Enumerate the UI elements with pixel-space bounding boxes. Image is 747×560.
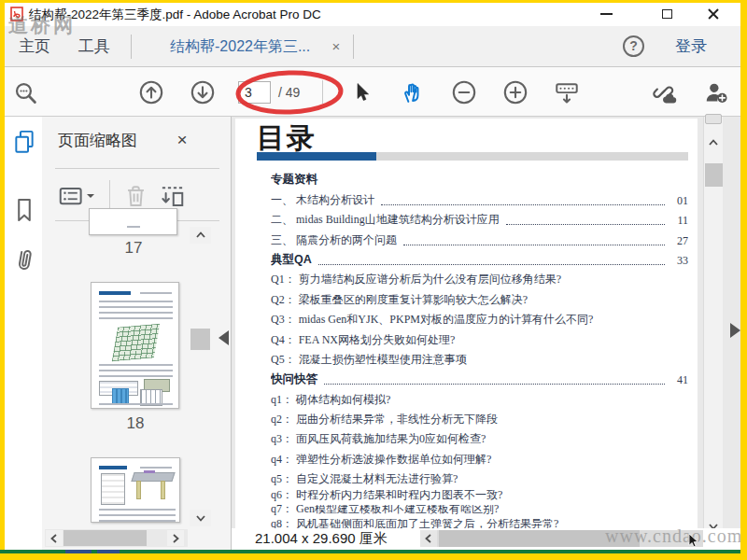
page-thumbnails-panel: 页面缩略图 × 17 <box>42 117 232 550</box>
select-tool-button[interactable] <box>348 79 374 105</box>
toc-page-number: 33 <box>668 254 688 268</box>
toc-row: q5： 自定义混凝土材料无法进行验算? <box>271 470 688 490</box>
toc-entry: q2： 屈曲分析结果异常，非线性分析无下降段 <box>271 412 498 427</box>
toc-row: q6： 时程分析内力结果和时程内力图表不一致? <box>271 490 688 505</box>
document-scroll-up-button[interactable] <box>704 134 723 151</box>
title-bar: 结构帮-2022年第三季度.pdf - Adobe Acrobat Pro DC <box>5 3 740 26</box>
toc-row: q4： 弹塑性分析选波操作数据单位如何理解? <box>271 450 688 469</box>
thumbnail-content <box>99 364 173 379</box>
thumbnail-options-button[interactable] <box>57 182 87 212</box>
chevron-down-icon <box>194 511 207 525</box>
chevron-up-icon <box>707 136 720 149</box>
plus-circle-icon <box>502 79 529 105</box>
panel-scroll-right-button[interactable] <box>167 530 184 546</box>
thumbnail-model-image <box>112 388 129 404</box>
thumbnail-content <box>140 292 172 295</box>
toc-row: 一、 木结构分析设计01 <box>271 190 688 210</box>
sign-in-button[interactable]: 登录 <box>675 26 707 67</box>
toc-entry: q7： Gen模型建立楼板和不建立楼板有啥区别? <box>271 505 499 518</box>
trash-icon <box>122 182 149 210</box>
toc-entry: q6： 时程分析内力结果和时程内力图表不一致? <box>271 490 502 503</box>
toc-heading: 典型QA <box>271 252 312 268</box>
toc-row: Q2： 梁板重叠区的刚度重复计算影响较大怎么解决? <box>271 290 688 310</box>
tab-close-icon[interactable]: × <box>327 37 345 56</box>
toc-list: 专题资料 一、 木结构分析设计01 二、 midas Building山地建筑结… <box>271 171 688 548</box>
tab-bar: 主页 工具 结构帮-2022年第三... × ? 登录 <box>5 26 740 67</box>
toc-page-number: 01 <box>668 194 688 208</box>
chevron-up-icon <box>194 229 207 242</box>
help-icon[interactable]: ? <box>623 35 644 57</box>
document-scroll-left-button[interactable] <box>420 530 437 547</box>
thumbnail-page-18[interactable] <box>91 282 179 409</box>
collapse-panel-arrow-icon[interactable] <box>218 330 229 345</box>
scrollbar-split-handle[interactable] <box>705 114 722 124</box>
share-link-button[interactable] <box>651 79 677 105</box>
thumbnail-content <box>99 403 173 408</box>
panel-close-icon[interactable]: × <box>171 129 193 151</box>
hand-icon <box>400 79 426 105</box>
expand-panel-arrow-icon[interactable] <box>730 323 740 338</box>
panel-hscrollbar-thumb[interactable] <box>63 530 147 546</box>
bookmarks-rail-button[interactable] <box>11 196 37 222</box>
toc-row: q7： Gen模型建立楼板和不建立楼板有啥区别? <box>271 505 688 520</box>
options-list-icon <box>57 182 85 210</box>
zoom-out-button[interactable] <box>451 79 477 105</box>
toc-entry: q1： 砌体结构如何模拟? <box>271 392 390 408</box>
thumbnail-content <box>99 301 173 322</box>
thumbnail-content <box>127 226 140 229</box>
screenshot-root: 结构帮-2022年第三季度.pdf - Adobe Acrobat Pro DC… <box>0 0 747 560</box>
page-thumbnails-rail-button[interactable] <box>11 129 37 155</box>
toc-row: q1： 砌体结构如何模拟? <box>271 390 688 410</box>
page-dimensions-label: 21.004 x 29.690 厘米 <box>255 530 388 548</box>
toc-row: Q3： midas Gen和YJK、PKPM对板的温度应力的计算有什么不同? <box>271 311 688 330</box>
bookmark-icon <box>11 196 37 224</box>
thumbnail-content <box>140 467 172 469</box>
zoom-in-button[interactable] <box>502 79 529 105</box>
maximize-button[interactable] <box>656 5 677 23</box>
close-button[interactable] <box>703 5 724 23</box>
toc-entry: q5： 自定义混凝土材料无法进行验算? <box>271 471 458 487</box>
toolbar-separator <box>322 80 323 104</box>
chevron-down-icon[interactable] <box>87 194 94 202</box>
panel-scroll-left-button[interactable] <box>46 530 63 546</box>
maximize-icon <box>662 9 672 19</box>
document-scrollbar-thumb[interactable] <box>705 163 723 187</box>
tab-document[interactable]: 结构帮-2022年第三... × <box>135 26 353 67</box>
thumbnail-label: 18 <box>91 414 180 433</box>
tab-separator <box>131 35 132 59</box>
thumbnail-label: 17 <box>89 239 178 258</box>
panel-scroll-down-button[interactable] <box>190 510 211 526</box>
link-cloud-icon <box>651 79 677 105</box>
hand-tool-button[interactable] <box>400 79 426 105</box>
document-area: 目录 专题资料 一、 木结构分析设计01 二、 midas Building山地… <box>232 117 740 550</box>
toc-row: q3： 面风压风荷载施加结果为0应如何检查? <box>271 430 688 450</box>
dot-leader <box>506 224 665 225</box>
thumbnail-page-19[interactable] <box>91 457 180 523</box>
previous-page-button[interactable] <box>138 79 164 105</box>
toc-row: 专题资料 <box>271 171 688 190</box>
panel-scrollbar-thumb[interactable] <box>190 329 210 350</box>
toc-entry: Q5： 混凝土损伤塑性模型使用注意事项 <box>271 352 467 368</box>
zoom-marquee-icon <box>554 79 580 105</box>
thumbnail-page-17[interactable] <box>89 208 177 235</box>
zoom-display-button[interactable] <box>554 79 580 105</box>
attachments-rail-button[interactable] <box>11 245 37 272</box>
close-icon <box>707 7 720 21</box>
toc-row: 三、 隔震分析的两个问题27 <box>271 231 688 250</box>
toc-entry: Q3： midas Gen和YJK、PKPM对板的温度应力的计算有什么不同? <box>271 312 593 328</box>
toc-entry: q4： 弹塑性分析选波操作数据单位如何理解? <box>271 452 491 468</box>
next-page-button[interactable] <box>190 79 216 105</box>
cursor-icon <box>350 81 373 104</box>
page-number-input[interactable] <box>238 81 271 104</box>
thumbnail-content <box>144 470 155 473</box>
panel-scroll-up-button[interactable] <box>190 227 211 244</box>
toc-row: 二、 midas Building山地建筑结构分析设计应用11 <box>271 211 688 231</box>
toc-entry: 一、 木结构分析设计 <box>271 192 374 208</box>
add-person-button[interactable] <box>703 79 729 105</box>
panel-title: 页面缩略图 <box>58 130 137 151</box>
thumbnail-table-leg-image <box>136 481 141 499</box>
pdf-page: 目录 专题资料 一、 木结构分析设计01 二、 midas Building山地… <box>235 119 698 550</box>
find-button[interactable] <box>12 79 38 105</box>
thumbnail-content <box>99 291 131 295</box>
minimize-button[interactable] <box>596 5 616 23</box>
